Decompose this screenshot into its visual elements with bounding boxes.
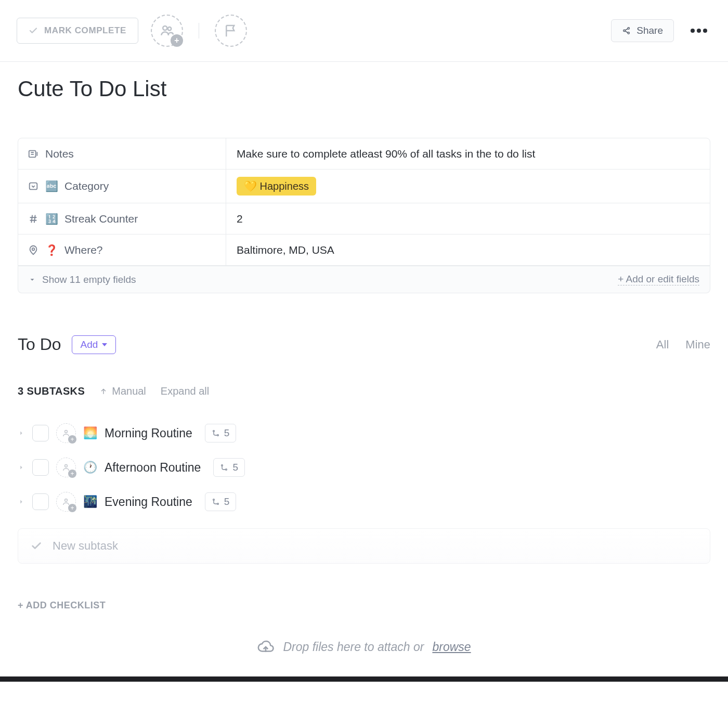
dropzone-text: Drop files here to attach or bbox=[283, 640, 424, 654]
subtask-count-value: 5 bbox=[224, 496, 230, 507]
field-value[interactable]: 💛 Happiness bbox=[226, 170, 710, 203]
filter-all[interactable]: All bbox=[656, 338, 669, 352]
subtask-checkbox[interactable] bbox=[32, 493, 49, 510]
field-label[interactable]: 🔢 Streak Counter bbox=[18, 203, 226, 234]
top-toolbar: MARK COMPLETE + Share bbox=[0, 0, 728, 62]
expand-caret-icon[interactable] bbox=[18, 429, 25, 437]
field-label-text: Where? bbox=[64, 244, 103, 256]
svg-point-13 bbox=[32, 248, 35, 250]
svg-point-1 bbox=[168, 27, 172, 31]
category-tag[interactable]: 💛 Happiness bbox=[237, 177, 316, 196]
assign-subtask-button[interactable]: + bbox=[56, 423, 76, 443]
assign-subtask-button[interactable]: + bbox=[56, 458, 76, 477]
set-priority-button[interactable] bbox=[215, 15, 247, 47]
field-label[interactable]: 🔤 Category bbox=[18, 170, 226, 203]
svg-point-16 bbox=[217, 435, 218, 436]
svg-point-20 bbox=[65, 499, 68, 502]
fields-table: Notes Make sure to complete atleast 90% … bbox=[18, 138, 710, 266]
field-value-text[interactable]: Make sure to complete atleast 90% of all… bbox=[237, 148, 535, 160]
svg-point-21 bbox=[213, 499, 214, 501]
new-subtask-input[interactable] bbox=[53, 539, 697, 553]
assign-subtask-button[interactable]: + bbox=[56, 492, 76, 512]
show-empty-fields-button[interactable]: Show 11 empty fields bbox=[29, 274, 136, 285]
subtask-count-label: 3 SUBTASKS bbox=[18, 385, 85, 397]
field-emoji: 🔢 bbox=[45, 213, 58, 225]
add-edit-fields-button[interactable]: + Add or edit fields bbox=[618, 274, 699, 285]
todo-section: To Do Add All Mine 3 SUBTASKS Manual Exp… bbox=[18, 335, 710, 611]
mark-complete-button[interactable]: MARK COMPLETE bbox=[17, 18, 138, 44]
check-icon bbox=[29, 26, 38, 35]
subtask-row: + 🕐 Afternoon Routine 5 bbox=[18, 450, 710, 485]
subtask-emoji: 🌅 bbox=[83, 426, 97, 440]
field-value-text[interactable]: Baltimore, MD, USA bbox=[237, 244, 334, 256]
field-row: 🔤 Category 💛 Happiness bbox=[18, 170, 710, 203]
subtask-checkbox[interactable] bbox=[32, 459, 49, 476]
text-icon bbox=[28, 148, 39, 160]
add-checklist-button[interactable]: + ADD CHECKLIST bbox=[18, 600, 710, 611]
browse-link[interactable]: browse bbox=[432, 640, 471, 654]
share-label: Share bbox=[636, 25, 663, 36]
filter-mine[interactable]: Mine bbox=[685, 338, 710, 352]
expand-all-button[interactable]: Expand all bbox=[161, 385, 209, 397]
field-emoji: ❓ bbox=[45, 244, 58, 256]
expand-caret-icon[interactable] bbox=[18, 498, 25, 505]
subtask-count-value: 5 bbox=[232, 462, 238, 473]
subtask-name[interactable]: Morning Routine bbox=[105, 426, 192, 440]
svg-rect-8 bbox=[30, 183, 37, 190]
field-value[interactable]: Baltimore, MD, USA bbox=[226, 235, 710, 265]
todo-header: To Do Add All Mine bbox=[18, 335, 710, 354]
subtask-tree-icon bbox=[220, 463, 228, 472]
subtask-count-badge[interactable]: 5 bbox=[205, 492, 237, 511]
svg-point-0 bbox=[163, 26, 167, 30]
field-row: ❓ Where? Baltimore, MD, USA bbox=[18, 235, 710, 266]
svg-point-18 bbox=[222, 465, 223, 466]
subtask-toolbar: 3 SUBTASKS Manual Expand all bbox=[18, 385, 710, 397]
sort-button[interactable]: Manual bbox=[99, 385, 146, 397]
subtask-row: + 🌅 Morning Routine 5 bbox=[18, 416, 710, 450]
subtask-row: + 🌃 Evening Routine 5 bbox=[18, 485, 710, 519]
field-label-text: Category bbox=[64, 180, 109, 192]
field-value[interactable]: Make sure to complete atleast 90% of all… bbox=[226, 138, 710, 169]
subtask-list: + 🌅 Morning Routine 5 + 🕐 Afternoon Rout… bbox=[18, 416, 710, 519]
dot-icon bbox=[697, 29, 701, 33]
subtask-count-badge[interactable]: 5 bbox=[205, 424, 237, 442]
caret-down-icon bbox=[102, 343, 107, 346]
subtask-name[interactable]: Evening Routine bbox=[105, 495, 192, 509]
plus-badge-icon: + bbox=[68, 470, 76, 478]
field-label[interactable]: ❓ Where? bbox=[18, 235, 226, 265]
subtask-checkbox[interactable] bbox=[32, 425, 49, 441]
new-subtask-row[interactable] bbox=[18, 528, 710, 564]
svg-point-14 bbox=[65, 431, 68, 433]
subtask-count-badge[interactable]: 5 bbox=[213, 458, 245, 477]
caret-down-icon bbox=[29, 276, 36, 283]
page-title: Cute To Do List bbox=[18, 76, 710, 101]
main-content: Cute To Do List Notes Make sure to compl… bbox=[0, 62, 728, 676]
field-label-text: Streak Counter bbox=[64, 213, 138, 225]
field-value-text[interactable]: 2 bbox=[237, 213, 243, 225]
svg-point-22 bbox=[217, 503, 218, 505]
assign-people-button[interactable]: + bbox=[151, 15, 183, 47]
todo-filters: All Mine bbox=[656, 338, 710, 352]
svg-point-3 bbox=[628, 28, 629, 29]
plus-badge-icon: + bbox=[68, 435, 76, 444]
field-value[interactable]: 2 bbox=[226, 203, 710, 234]
add-subtask-button[interactable]: Add bbox=[72, 335, 116, 354]
plus-badge-icon: + bbox=[171, 34, 183, 47]
subtask-tree-icon bbox=[212, 498, 220, 506]
subtask-count-value: 5 bbox=[224, 427, 230, 439]
mark-complete-label: MARK COMPLETE bbox=[44, 25, 126, 36]
attachment-dropzone[interactable]: Drop files here to attach or browse bbox=[18, 626, 710, 676]
check-icon bbox=[31, 540, 42, 552]
dot-icon bbox=[703, 29, 707, 33]
field-row: 🔢 Streak Counter 2 bbox=[18, 203, 710, 235]
dot-icon bbox=[691, 29, 695, 33]
show-empty-fields-label: Show 11 empty fields bbox=[42, 274, 136, 285]
share-button[interactable]: Share bbox=[611, 19, 674, 42]
more-menu-button[interactable] bbox=[686, 24, 711, 37]
dropdown-icon bbox=[28, 180, 39, 192]
todo-heading: To Do bbox=[18, 335, 61, 354]
field-label[interactable]: Notes bbox=[18, 138, 226, 169]
subtask-name[interactable]: Afternoon Routine bbox=[105, 461, 201, 475]
share-icon bbox=[622, 26, 631, 35]
expand-caret-icon[interactable] bbox=[18, 464, 25, 471]
